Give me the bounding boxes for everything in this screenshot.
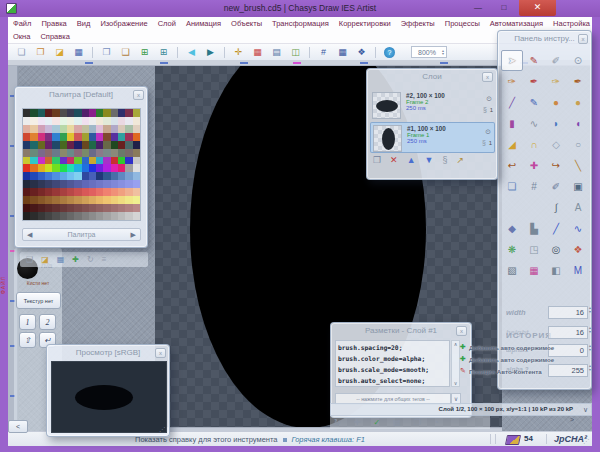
palette-color[interactable] — [111, 164, 118, 172]
palette-color[interactable] — [125, 188, 132, 196]
palette-color[interactable] — [38, 172, 45, 180]
palette-color[interactable] — [74, 212, 81, 220]
palette-color[interactable] — [82, 212, 89, 220]
palette-color[interactable] — [45, 180, 52, 188]
menu-Процессы[interactable]: Процессы — [440, 19, 485, 28]
palette-color[interactable] — [74, 188, 81, 196]
palette-color[interactable] — [125, 157, 132, 165]
palette-color[interactable] — [38, 149, 45, 157]
palette-color[interactable] — [82, 164, 89, 172]
palette-color[interactable] — [118, 188, 125, 196]
palette-color[interactable] — [52, 117, 59, 125]
menu-Файл[interactable]: Файл — [8, 19, 36, 28]
palette-color[interactable] — [67, 141, 74, 149]
palette-color[interactable] — [30, 212, 37, 220]
palette-color[interactable] — [96, 133, 103, 141]
auto-content-item[interactable]: ✚Добавить авто содержимое — [460, 353, 580, 365]
menu-Объекты[interactable]: Объекты — [226, 19, 267, 28]
palette-color[interactable] — [30, 109, 37, 117]
palette-color[interactable] — [111, 172, 118, 180]
palette-list-icon[interactable]: ≡ — [102, 256, 107, 264]
menu-Анимация[interactable]: Анимация — [181, 19, 226, 28]
palette-color[interactable] — [133, 212, 140, 220]
palette-color[interactable] — [89, 212, 96, 220]
palette-color[interactable] — [89, 117, 96, 125]
markup-refresh-icon[interactable]: ↻ — [334, 419, 341, 427]
palette-color[interactable] — [133, 180, 140, 188]
palette-color[interactable] — [118, 125, 125, 133]
palette-color[interactable] — [96, 141, 103, 149]
select-tool[interactable]: ➤ — [501, 50, 523, 71]
palette-color[interactable] — [52, 109, 59, 117]
palette-color[interactable] — [133, 164, 140, 172]
palette-color[interactable] — [111, 204, 118, 212]
palette-color[interactable] — [67, 204, 74, 212]
palette-color[interactable] — [125, 109, 132, 117]
layer-link-icon[interactable]: § — [482, 139, 486, 146]
paste-as-image-button[interactable]: ⊞ — [155, 45, 172, 59]
palette-color[interactable] — [23, 149, 30, 157]
titlebar[interactable]: new_brush.cd5 | Chasys Draw IES Artist —… — [0, 0, 600, 17]
palette-color[interactable] — [103, 172, 110, 180]
move-tool[interactable]: ❏ — [501, 176, 523, 197]
layer-export-button[interactable]: ↗ — [456, 156, 464, 165]
palette-color[interactable] — [103, 196, 110, 204]
magic-tool[interactable]: M — [567, 260, 589, 281]
palette-color[interactable] — [30, 125, 37, 133]
palette-color[interactable] — [103, 149, 110, 157]
cube-tool[interactable]: ▧ — [501, 260, 523, 281]
palette-color[interactable] — [133, 141, 140, 149]
palette-color[interactable] — [89, 157, 96, 165]
palette-color[interactable] — [60, 196, 67, 204]
guides-button[interactable]: # — [315, 45, 332, 59]
palette-color[interactable] — [133, 196, 140, 204]
palette-color[interactable] — [118, 180, 125, 188]
crop-tool[interactable]: # — [523, 176, 545, 197]
layer-delete-button[interactable]: ✕ — [390, 156, 398, 165]
palette-color[interactable] — [74, 164, 81, 172]
palette-color[interactable] — [45, 204, 52, 212]
palette-color[interactable] — [52, 164, 59, 172]
palette-color[interactable] — [67, 125, 74, 133]
palette-color[interactable] — [23, 204, 30, 212]
palette-color[interactable] — [60, 149, 67, 157]
palette-color[interactable] — [67, 133, 74, 141]
palette-color[interactable] — [118, 133, 125, 141]
palette-color[interactable] — [111, 141, 118, 149]
palette-color[interactable] — [133, 109, 140, 117]
palette-color[interactable] — [82, 172, 89, 180]
palette-color[interactable] — [103, 204, 110, 212]
menu-Правка[interactable]: Правка — [36, 19, 71, 28]
layers-button[interactable]: ▤ — [268, 45, 285, 59]
palette-color[interactable] — [74, 109, 81, 117]
palette-color[interactable] — [45, 109, 52, 117]
pen-tool[interactable]: ✎ — [523, 50, 545, 71]
palette-color[interactable] — [111, 109, 118, 117]
palette-color[interactable] — [38, 164, 45, 172]
palette-color[interactable] — [38, 109, 45, 117]
palette-color[interactable] — [118, 157, 125, 165]
ink-tool[interactable]: ✎ — [523, 92, 545, 113]
palette-color[interactable] — [67, 212, 74, 220]
menu-Справка[interactable]: Справка — [35, 32, 74, 41]
layer-visibility-icon[interactable]: ⊙ — [486, 95, 492, 103]
palette-color[interactable] — [52, 125, 59, 133]
palette-color[interactable] — [89, 188, 96, 196]
menu-Автоматизация[interactable]: Автоматизация — [485, 19, 548, 28]
palette-color[interactable] — [96, 164, 103, 172]
palette-color[interactable] — [82, 117, 89, 125]
palette-color[interactable] — [60, 212, 67, 220]
pattern-tool[interactable]: ◧ — [545, 260, 567, 281]
palette-color[interactable] — [82, 188, 89, 196]
palette-color[interactable] — [96, 125, 103, 133]
palette-color[interactable] — [67, 149, 74, 157]
scroll-up-icon[interactable]: ∧ — [452, 341, 459, 347]
palette-color[interactable] — [23, 157, 30, 165]
polygon-tool[interactable]: ◆ — [501, 218, 523, 239]
drop2-tool[interactable]: ◖ — [567, 113, 589, 134]
slot-1-button[interactable]: 1 — [19, 314, 36, 330]
palette-color[interactable] — [74, 157, 81, 165]
palette-color[interactable] — [111, 149, 118, 157]
palette-color[interactable] — [74, 172, 81, 180]
palette-color[interactable] — [96, 180, 103, 188]
